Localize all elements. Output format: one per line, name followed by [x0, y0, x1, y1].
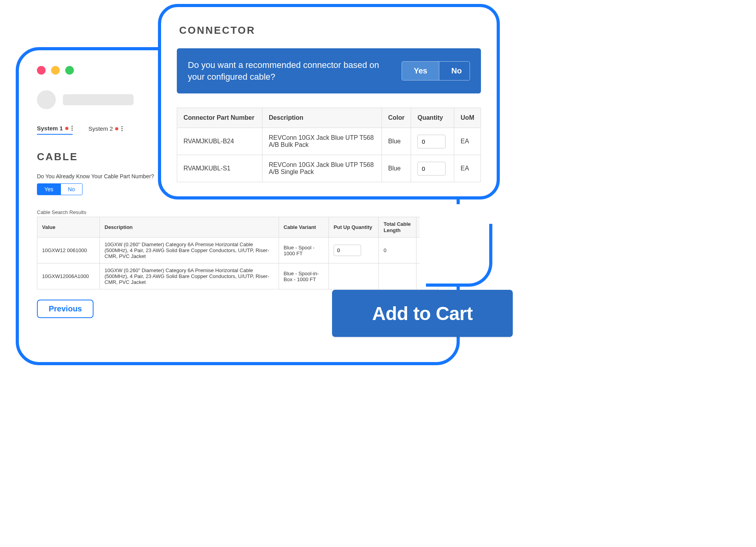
no-button[interactable]: No [439, 62, 470, 80]
cell-total-length [379, 263, 416, 289]
tab-system-2[interactable]: System 2 [88, 125, 123, 135]
cell-part: RVAMJKUBL-B24 [177, 128, 262, 155]
cell-variant: Blue - Spool-in-Box - 1000 FT [279, 263, 328, 289]
yes-button[interactable]: Yes [402, 62, 439, 80]
table-row: 10GXW12 0061000 10GXW (0.260'' Diameter)… [37, 238, 439, 263]
status-dot-icon [115, 127, 118, 130]
kebab-menu-icon[interactable] [72, 126, 73, 131]
col-description: Description [100, 217, 279, 238]
no-button[interactable]: No [61, 184, 82, 195]
cell-value: 10GXW12 0061000 [37, 238, 100, 263]
recommend-connector-toggle: Yes No [402, 61, 470, 80]
kebab-menu-icon[interactable] [121, 126, 123, 131]
cell-color: Blue [382, 155, 411, 182]
close-window-icon[interactable] [37, 66, 46, 75]
cell-putup-qty [329, 238, 379, 263]
col-putup-qty: Put Up Quantity [329, 217, 379, 238]
tab-label: System 1 [37, 125, 63, 132]
minimize-window-icon[interactable] [51, 66, 60, 75]
title-placeholder [63, 94, 134, 105]
cell-uom: EA [454, 128, 481, 155]
yes-button[interactable]: Yes [37, 184, 61, 195]
cell-total-length: 0 [379, 238, 416, 263]
cell-description: REVConn 10GX Jack Blue UTP T568 A/B Bulk… [262, 128, 382, 155]
cell-description: 10GXW (0.260'' Diameter) Category 6A Pre… [100, 238, 279, 263]
col-value: Value [37, 217, 100, 238]
connector-results-table: Connector Part Number Description Color … [177, 108, 481, 182]
cell-putup-qty [329, 263, 379, 289]
maximize-window-icon[interactable] [65, 66, 74, 75]
col-quantity: Quantity [411, 108, 454, 128]
cell-quantity [411, 155, 454, 182]
avatar-placeholder-icon [37, 90, 56, 109]
col-total-length: Total Cable Length [379, 217, 416, 238]
connector-section-heading: CONNECTOR [179, 24, 481, 37]
quantity-input[interactable] [417, 135, 446, 148]
cable-part-question-toggle: Yes No [37, 183, 83, 195]
recommend-connector-question: Do you want a recommended connector base… [188, 59, 392, 82]
col-uom: UoM [454, 108, 481, 128]
recommend-connector-banner: Do you want a recommended connector base… [177, 48, 481, 93]
cable-results-label: Cable Search Results [37, 209, 439, 215]
col-part: Connector Part Number [177, 108, 262, 128]
col-color: Color [382, 108, 411, 128]
col-variant: Cable Variant [279, 217, 328, 238]
table-row: RVAMJKUBL-B24 REVConn 10GX Jack Blue UTP… [177, 128, 481, 155]
tab-system-1[interactable]: System 1 [37, 125, 73, 135]
putup-qty-input[interactable] [334, 245, 361, 256]
col-description: Description [262, 108, 382, 128]
tail-mask [420, 217, 435, 284]
table-row: RVAMJKUBL-S1 REVConn 10GX Jack Blue UTP … [177, 155, 481, 182]
status-dot-icon [65, 127, 68, 130]
cell-description: 10GXW (0.260'' Diameter) Category 6A Pre… [100, 263, 279, 289]
cell-part: RVAMJKUBL-S1 [177, 155, 262, 182]
tab-label: System 2 [88, 125, 113, 132]
previous-button[interactable]: Previous [37, 300, 94, 318]
connector-panel: CONNECTOR Do you want a recommended conn… [158, 4, 500, 199]
cell-quantity [411, 128, 454, 155]
cell-color: Blue [382, 128, 411, 155]
cell-value: 10GXW12006A1000 [37, 263, 100, 289]
cell-variant: Blue - Spool - 1000 FT [279, 238, 328, 263]
table-row: 10GXW12006A1000 10GXW (0.260'' Diameter)… [37, 263, 439, 289]
cable-results-table: Value Description Cable Variant Put Up Q… [37, 217, 439, 289]
add-to-cart-button[interactable]: Add to Cart [332, 290, 513, 337]
cell-description: REVConn 10GX Jack Blue UTP T568 A/B Sing… [262, 155, 382, 182]
quantity-input[interactable] [417, 162, 446, 176]
cell-uom: EA [454, 155, 481, 182]
